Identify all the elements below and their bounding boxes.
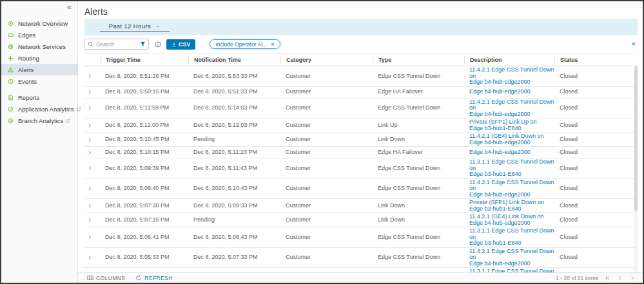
vertical-scrollbar-thumb[interactable] [634,66,638,211]
pagination-prev-icon[interactable] [618,276,623,281]
sidebar-item-edges[interactable]: Edges [1,29,77,41]
page-title: Alerts [78,1,643,17]
table-row[interactable]: Dec 8, 2020, 5:50:15 PMDec 8, 2020, 5:51… [84,87,638,99]
column-header-category[interactable]: Category [280,56,373,64]
sidebar-collapse-button[interactable]: « [1,1,77,12]
main-content: Alerts Past 12 Hours CSV Include Operato… [78,1,643,283]
cell-type: Edge CSS Tunnel Down [373,254,464,261]
network-overview-icon [8,21,14,26]
cell-description[interactable]: Private (SFP1) Link Up on Edge b3-hub1-E… [464,119,554,131]
cell-status: Closed [554,149,638,156]
cell-status: Closed [554,73,638,80]
vertical-scrollbar-track[interactable] [634,66,638,272]
table-row[interactable]: Dec 8, 2020, 5:09:39 PMDec 8, 2020, 5:11… [84,158,638,179]
sidebar-item-application-analytics[interactable]: Application Analytics [1,103,77,115]
search-input[interactable] [93,41,140,48]
table-row[interactable]: Dec 8, 2020, 5:05:05 PMPendingCustomerEd… [84,268,638,272]
table-row[interactable]: Dec 8, 2020, 5:11:59 PMDec 8, 2020, 5:14… [84,99,638,119]
cell-notification-time: Dec 8, 2020, 5:09:33 PM [188,203,280,209]
clear-filters-icon[interactable]: × [632,41,636,48]
cell-category: Customer [280,203,373,209]
column-header-description[interactable]: Description [464,56,554,64]
csv-export-button[interactable]: CSV [166,39,195,50]
info-icon[interactable] [155,41,161,48]
cell-description[interactable]: Private (SFP1) Link Down on Edge b3-hub1… [464,200,554,212]
cell-description[interactable]: Edge b4-hub-edge2000 [464,89,554,95]
cell-description[interactable]: 11.3.1.1 Edge CSS Tunnel Down on Edge b3… [464,159,554,178]
sidebar-item-alerts[interactable]: Alerts [1,64,77,75]
row-expand-icon[interactable] [87,234,92,240]
row-expand-icon[interactable] [87,204,92,209]
cell-description[interactable]: 11.4.2.1 Edge CSS Tunnel Down on Edge b4… [464,180,554,198]
time-range-select[interactable]: Past 12 Hours [100,23,170,32]
refresh-button[interactable]: REFRESH [135,275,172,281]
sidebar-item-branch-analytics[interactable]: Branch Analytics [1,115,77,126]
row-expand-icon[interactable] [87,90,92,95]
sidebar-item-reports[interactable]: Reports [1,91,77,103]
cell-status: Closed [554,217,638,223]
cell-description[interactable]: Edge b4-hub-edge2000 [464,149,554,156]
cell-description[interactable]: 11.4.2.1 (GE4) Link Down on Edge b4-hub-… [464,133,554,146]
cell-status: Closed [554,185,638,192]
cell-expand [84,204,100,209]
sidebar-item-label: Alerts [18,66,34,73]
csv-label: CSV [179,41,190,48]
cell-notification-time: Dec 8, 2020, 5:12:03 PM [188,122,280,129]
row-expand-icon[interactable] [87,123,92,128]
table-row[interactable]: Dec 8, 2020, 5:07:30 PMDec 8, 2020, 5:09… [84,199,638,213]
columns-icon [87,275,93,281]
columns-button[interactable]: COLUMNS [87,275,125,281]
sidebar-item-network-overview[interactable]: Network Overview [1,17,77,29]
cell-trigger-time: Dec 8, 2020, 5:08:40 PM [100,185,188,192]
pagination-first-icon[interactable] [605,276,610,281]
sidebar-item-label: Events [18,78,37,85]
cell-trigger-time: Dec 8, 2020, 5:07:30 PM [100,203,188,209]
app-window: « Network OverviewEdgesNetwork ServicesR… [0,0,644,284]
column-header-status[interactable]: Status [554,56,638,64]
cell-description[interactable]: 11.4.2.1 Edge CSS Tunnel Down on Edge b4… [464,99,554,118]
cell-description[interactable]: 11.3.1.1 Edge CSS Tunnel Down on Edge b3… [464,269,554,272]
cell-notification-time: Dec 8, 2020, 5:51:23 PM [188,89,280,95]
cell-description[interactable]: 11.4.2.1 Edge CSS Tunnel Down on Edge b4… [464,67,554,86]
cell-trigger-time: Dec 8, 2020, 5:11:59 PM [100,105,188,111]
pagination-next-icon[interactable] [630,276,635,281]
table-row[interactable]: Dec 8, 2020, 5:11:00 PMDec 8, 2020, 5:12… [84,118,638,133]
sidebar-item-label: Routing [18,55,39,62]
filter-toolbar: CSV Include Operator Al... × × [78,35,643,53]
cell-description[interactable]: 11.4.2.1 Edge CSS Tunnel Down on Edge b4… [464,249,554,267]
row-expand-icon[interactable] [87,218,92,223]
row-expand-icon[interactable] [87,186,92,191]
cell-type: Edge HA Failover [373,149,464,156]
table-row[interactable]: Dec 8, 2020, 5:05:33 PMDec 8, 2020, 5:07… [84,248,638,269]
filter-chip[interactable]: Include Operator Al... × [210,39,280,49]
table-row[interactable]: Dec 8, 2020, 5:10:45 PMPendingCustomerLi… [84,133,638,147]
cell-description[interactable]: 11.3.1.1 Edge CSS Tunnel Down on Edge b3… [464,228,554,247]
chip-close-icon[interactable]: × [271,41,275,47]
column-header-trigger-time[interactable]: Trigger Time [100,56,188,64]
row-expand-icon[interactable] [87,150,92,155]
row-expand-icon[interactable] [87,166,92,171]
table-row[interactable]: Dec 8, 2020, 5:06:41 PMDec 8, 2020, 5:08… [84,227,638,248]
table-row[interactable]: Dec 8, 2020, 5:08:40 PMDec 8, 2020, 5:10… [84,179,638,200]
cell-notification-time: Dec 8, 2020, 5:11:43 PM [188,166,280,172]
table-row[interactable]: Dec 8, 2020, 5:07:15 PMPendingCustomerLi… [84,213,638,227]
time-range-bar: Past 12 Hours [84,19,638,35]
sidebar-item-routing[interactable]: Routing [1,52,77,64]
table-row[interactable]: Dec 8, 2020, 5:10:15 PMDec 8, 2020, 5:11… [84,147,638,158]
sidebar-item-events[interactable]: Events [1,75,77,87]
cell-expand [84,234,100,240]
column-header-type[interactable]: Type [373,56,464,64]
cell-expand [84,255,100,260]
column-header-notification-time[interactable]: Notification Time [188,56,280,64]
search-icon [88,41,93,47]
table-row[interactable]: Dec 8, 2020, 5:51:26 PMDec 8, 2020, 5:53… [84,66,638,87]
cell-description[interactable]: 11.4.2.1 (GE4) Link Down on Edge b4-hub-… [464,214,554,226]
filter-funnel-icon[interactable] [140,41,146,47]
application-analytics-icon [8,106,14,112]
sidebar-item-network-services[interactable]: Network Services [1,41,77,52]
row-expand-icon[interactable] [87,137,92,142]
search-box[interactable] [84,39,149,50]
row-expand-icon[interactable] [87,255,92,260]
row-expand-icon[interactable] [87,73,92,79]
row-expand-icon[interactable] [87,106,92,111]
